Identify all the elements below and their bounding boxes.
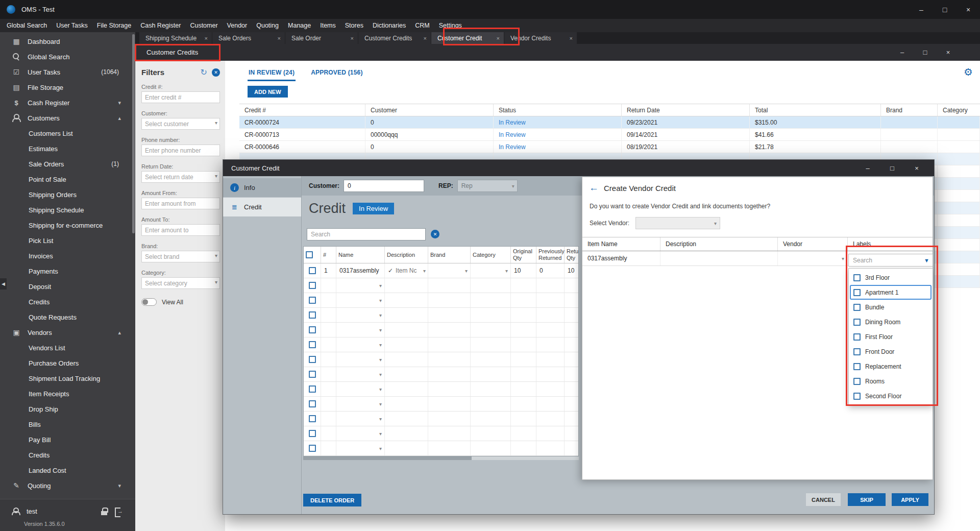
column-header[interactable]: Category [471, 247, 511, 263]
vendor-cell[interactable]: ▾ [778, 251, 848, 266]
checkbox-icon[interactable] [853, 348, 861, 355]
category-dropdown-icon[interactable]: ▾ [505, 268, 508, 274]
document-tab[interactable]: Vendor Credits × [504, 32, 577, 44]
row-checkbox[interactable] [309, 430, 316, 437]
sidebar-item[interactable]: Shipment Load Tracking [0, 371, 132, 386]
chevron-down-icon[interactable]: ▾ [215, 173, 217, 179]
maximize-icon[interactable]: □ [880, 160, 904, 176]
item-search-input[interactable] [307, 228, 426, 240]
chevron-down-icon[interactable]: ▾ [379, 283, 382, 288]
chevron-down-icon[interactable]: ▾ [379, 327, 382, 333]
column-header[interactable]: Original Qty [511, 247, 536, 263]
sidebar-item[interactable]: Invoices [0, 248, 132, 263]
column-header[interactable]: Status [494, 104, 622, 116]
menu-item[interactable]: Quoting [252, 19, 283, 32]
sidebar-item[interactable]: Point of Sale [0, 172, 132, 187]
view-tab[interactable]: IN REVIEW (24) [248, 66, 296, 81]
chevron-down-icon[interactable]: ▾ [379, 416, 382, 422]
chevron-down-icon[interactable]: ▾ [423, 268, 428, 274]
sidebar-item[interactable]: Purchase Orders [0, 355, 132, 371]
checkbox-icon[interactable] [853, 274, 861, 281]
label-option[interactable]: Dining Room [850, 315, 932, 329]
chevron-down-icon[interactable]: ▼ [924, 257, 929, 263]
menu-item[interactable]: Stores [340, 19, 368, 32]
close-icon[interactable]: × [957, 0, 980, 19]
document-tab[interactable]: Sale Order × [285, 32, 358, 44]
column-header[interactable]: Customer [365, 104, 494, 116]
label-option[interactable]: Bundle [850, 300, 932, 315]
column-header[interactable]: # [321, 247, 336, 263]
menu-item[interactable]: Settings [434, 19, 467, 32]
sidebar-item[interactable]: Vendors ▴ [0, 325, 132, 340]
return-qty[interactable]: 10 [565, 263, 579, 278]
close-icon[interactable]: × [424, 35, 427, 41]
label-option[interactable]: Apartment 1 [850, 285, 932, 300]
gear-icon[interactable]: ⚙ [964, 66, 973, 78]
sidebar-collapse-icon[interactable]: ◀ [0, 278, 7, 289]
close-icon[interactable]: × [570, 35, 573, 41]
row-checkbox[interactable] [309, 297, 316, 304]
menu-item[interactable]: Manage [283, 19, 315, 32]
checkbox-icon[interactable] [853, 319, 861, 326]
refresh-icon[interactable]: ↻ [201, 69, 207, 76]
credit-row[interactable]: CR-0000646 0 In Review 08/19/2021 $21.78 [239, 141, 980, 153]
chevron-icon[interactable]: ▴ [118, 115, 121, 122]
nav-item-credit[interactable]: ≣ Credit [223, 198, 301, 216]
chevron-down-icon[interactable]: ▾ [379, 298, 382, 303]
column-header[interactable]: Credit # [239, 104, 365, 116]
checkbox-icon[interactable] [853, 304, 861, 311]
menu-item[interactable]: CRM [410, 19, 434, 32]
menu-item[interactable]: Dictionaries [368, 19, 410, 32]
row-checkbox[interactable] [309, 282, 316, 289]
back-arrow-icon[interactable]: ← [589, 182, 599, 194]
add-new-button[interactable]: ADD NEW [248, 86, 288, 98]
sidebar-item[interactable]: Credits [0, 447, 132, 463]
menu-item[interactable]: Cash Register [136, 19, 185, 32]
document-tab[interactable]: Customer Credits × [358, 32, 431, 44]
checkbox-icon[interactable] [853, 289, 861, 296]
document-tab[interactable]: Sale Orders × [212, 32, 285, 44]
filter-input[interactable] [141, 198, 220, 209]
labels-search-box[interactable]: ▼ [848, 254, 933, 267]
document-tab[interactable]: Customer Credit × [431, 32, 504, 44]
column-header[interactable]: Return Qty [565, 247, 579, 263]
document-tab[interactable]: Shipping Schedule × [139, 32, 212, 44]
sidebar-item[interactable]: Landed Cost [0, 463, 132, 478]
credit-row[interactable]: CR-0000724 0 In Review 09/23/2021 $315.0… [239, 116, 980, 129]
status-link[interactable]: In Review [494, 129, 622, 140]
chevron-down-icon[interactable]: ▾ [379, 446, 382, 451]
chevron-down-icon[interactable]: ▾ [379, 312, 382, 318]
filter-input[interactable] [141, 277, 220, 289]
close-icon[interactable]: × [904, 160, 929, 176]
vendor-select[interactable]: ▾ [635, 217, 720, 229]
checkbox-icon[interactable] [853, 363, 861, 370]
items-table-hscrollbar[interactable] [303, 456, 579, 460]
sidebar-item[interactable]: Cash Register ▾ [0, 95, 132, 110]
label-option[interactable]: Front Door [850, 344, 932, 359]
filter-input[interactable] [141, 118, 220, 130]
labels-search-input[interactable] [849, 254, 933, 266]
close-icon[interactable]: × [937, 44, 960, 61]
label-option[interactable]: First Floor [850, 329, 932, 344]
filter-input[interactable] [141, 171, 220, 183]
clear-filters-icon[interactable]: ✕ [212, 68, 220, 77]
row-checkbox[interactable] [309, 415, 316, 422]
brand-dropdown-icon[interactable]: ▾ [465, 268, 468, 274]
column-header[interactable]: Previously Returned [536, 247, 565, 263]
apply-button[interactable]: APPLY [892, 493, 928, 506]
menu-item[interactable]: User Tasks [52, 19, 92, 32]
chevron-down-icon[interactable]: ▾ [379, 357, 382, 363]
minimize-icon[interactable]: – [910, 0, 933, 19]
sidebar-item[interactable]: Vendors List [0, 340, 132, 355]
column-header[interactable]: Brand [881, 104, 938, 116]
label-option[interactable]: 3rd Floor [850, 270, 932, 285]
checkbox-icon[interactable] [853, 333, 861, 341]
row-checkbox[interactable] [309, 326, 316, 333]
row-checkbox[interactable] [309, 385, 316, 393]
sidebar-item[interactable]: Deposit [0, 279, 132, 294]
sidebar-item[interactable]: Estimates [0, 141, 132, 156]
sidebar-item[interactable]: Pay Bill [0, 432, 132, 447]
sidebar-item[interactable]: Payments [0, 263, 132, 279]
sidebar-item[interactable]: Sale Orders (1) [0, 156, 132, 172]
view-tab[interactable]: APPROVED (156) [310, 66, 364, 81]
